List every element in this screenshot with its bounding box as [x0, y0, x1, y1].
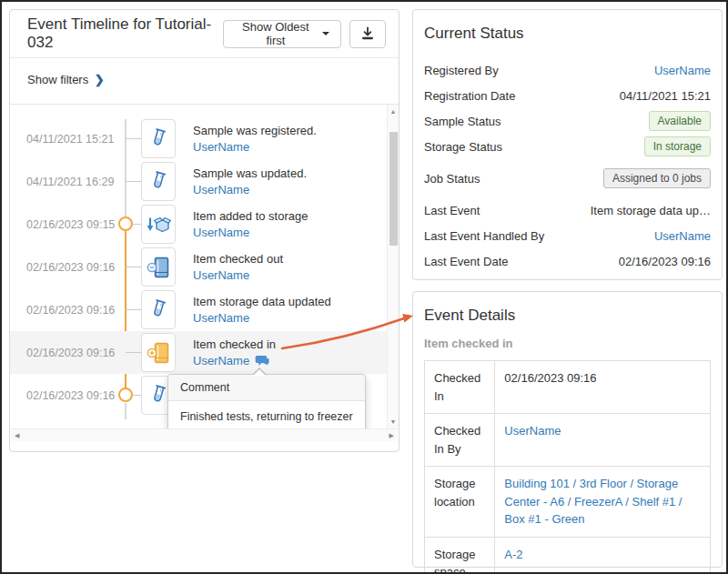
event-user-link[interactable]: UserName: [193, 226, 308, 239]
status-label: Storage Status: [424, 140, 502, 154]
timeline-row-sample-registered[interactable]: 04/11/2021 15:21 Sample was registered. …: [10, 117, 387, 160]
timeline-row-checked-in[interactable]: 02/16/2023 09:16 Item checked in UserNam…: [10, 331, 387, 374]
current-status-panel: Current Status Registered By UserName Re…: [412, 9, 723, 280]
vertical-scrollbar[interactable]: ▲ ▼: [387, 105, 399, 428]
sort-order-button[interactable]: Show Oldest first: [223, 20, 341, 48]
status-row-registration-date: Registration Date 04/11/2021 15:21: [424, 83, 711, 108]
download-icon: [360, 26, 375, 41]
storage-status-badge: In storage: [644, 136, 711, 156]
status-row-last-event: Last Event Item storage data up…: [424, 197, 711, 223]
timeline-connector: [126, 267, 141, 267]
page-title: Event Timeline for Tutorial-032: [27, 15, 223, 52]
status-row-sample-status: Sample Status Available: [424, 108, 711, 134]
event-title: Item storage data updated: [193, 295, 331, 308]
job-status-badge: Assigned to 0 jobs: [603, 168, 711, 188]
detail-label: Checked In By: [425, 414, 495, 467]
event-title: Item added to storage: [193, 209, 308, 223]
event-user-link[interactable]: UserName: [193, 183, 307, 196]
event-user-link[interactable]: UserName: [193, 354, 249, 368]
event-date: 02/16/2023 09:15: [26, 203, 115, 246]
status-row-storage-status: Storage Status In storage: [424, 134, 711, 159]
event-title: Item checked out: [193, 252, 283, 266]
detail-value: 02/16/2023 09:16: [495, 361, 711, 414]
show-filters-label: Show filters: [27, 73, 88, 86]
timeline-rows: 04/11/2021 15:21 Sample was registered. …: [10, 117, 387, 417]
event-title: Sample was updated.: [193, 166, 307, 180]
registered-by-link[interactable]: UserName: [654, 64, 711, 77]
status-label: Last Event: [424, 204, 480, 217]
event-details-panel: Event Details Item checked in Checked In…: [412, 291, 723, 568]
timeline-connector: [126, 181, 141, 182]
status-label: Last Event Date: [424, 255, 509, 268]
status-row-job-status: Job Status Assigned to 0 jobs: [424, 166, 711, 191]
filters-row: Show filters ❯: [10, 58, 399, 105]
test-tube-icon: [141, 290, 176, 329]
status-label: Sample Status: [424, 115, 501, 128]
status-value: 04/11/2021 15:21: [620, 89, 711, 103]
last-event-handled-by-link[interactable]: UserName: [654, 229, 711, 243]
download-button[interactable]: [349, 20, 386, 48]
event-date: 02/16/2023 09:16: [26, 331, 115, 374]
chevron-down-icon: [322, 32, 329, 35]
event-details-title: Event Details: [424, 307, 711, 325]
detail-label: Checked In: [425, 361, 495, 414]
scroll-right-icon[interactable]: ▶: [389, 432, 394, 439]
sort-order-label: Show Oldest first: [235, 20, 316, 47]
add-to-storage-icon: [141, 205, 176, 244]
detail-label: Storage location: [425, 467, 495, 538]
event-timeline-panel: Event Timeline for Tutorial-032 Show Old…: [9, 9, 399, 452]
event-title: Sample was registered.: [193, 124, 317, 137]
status-label: Registration Date: [424, 89, 515, 103]
status-row-last-event-date: Last Event Date 02/16/2023 09:16: [424, 248, 711, 274]
status-label: Registered By: [424, 64, 499, 77]
event-user-link[interactable]: UserName: [193, 311, 331, 325]
timeline-node: [118, 217, 133, 231]
event-date: 02/16/2023 09:16: [26, 374, 115, 417]
vertical-scrollbar-thumb[interactable]: [389, 132, 398, 246]
horizontal-scrollbar[interactable]: ◀ ▶: [11, 428, 398, 441]
test-tube-icon: [141, 119, 176, 158]
popover-header: Comment: [168, 375, 365, 401]
timeline-node: [118, 388, 133, 402]
timeline-connector: [126, 138, 141, 139]
timeline-header-actions: Show Oldest first: [223, 20, 386, 48]
detail-label: Storage space: [425, 537, 495, 574]
event-user-link[interactable]: UserName: [193, 140, 317, 154]
storage-space-link[interactable]: A-2: [504, 548, 522, 561]
timeline-row-storage-data-updated[interactable]: 02/16/2023 09:16 Item storage data updat…: [10, 288, 387, 331]
timeline-row-added-to-storage[interactable]: 02/16/2023 09:15 Item added to storage U…: [10, 203, 387, 246]
chevron-right-icon: ❯: [95, 73, 105, 86]
event-user-link[interactable]: UserName: [193, 268, 283, 282]
table-row: Checked In By UserName: [425, 414, 711, 467]
comment-bubble-icon[interactable]: [255, 355, 270, 368]
event-date: 02/16/2023 09:16: [26, 246, 115, 288]
event-title: Item checked in: [193, 337, 276, 351]
event-date: 02/16/2023 09:16: [26, 288, 115, 331]
status-label: Last Event Handled By: [424, 229, 544, 243]
timeline-row-sample-updated[interactable]: 04/11/2021 16:29 Sample was updated. Use…: [10, 160, 387, 203]
show-filters-link[interactable]: Show filters ❯: [27, 73, 105, 86]
storage-location-link[interactable]: Building 101 / 3rd Floor / Storage Cente…: [504, 477, 682, 526]
comment-popover: Comment Finished tests, returning to fre…: [167, 374, 366, 428]
popover-caret: [252, 368, 267, 375]
timeline-connector: [126, 309, 141, 310]
timeline-row-checked-out[interactable]: 02/16/2023 09:16 Item checked out UserNa…: [10, 246, 387, 288]
popover-body: Finished tests, returning to freezer: [168, 401, 365, 428]
scroll-left-icon[interactable]: ◀: [15, 432, 19, 439]
table-row: Storage location Building 101 / 3rd Floo…: [425, 467, 711, 538]
event-details-subtitle: Item checked in: [424, 337, 711, 350]
current-status-title: Current Status: [424, 25, 711, 43]
app-window: Event Timeline for Tutorial-032 Show Old…: [0, 0, 728, 574]
event-details-table: Checked In 02/16/2023 09:16 Checked In B…: [424, 360, 711, 574]
table-row: Checked In 02/16/2023 09:16: [425, 361, 711, 414]
test-tube-icon: [141, 162, 176, 201]
event-date: 04/11/2021 16:29: [26, 160, 114, 203]
scroll-up-icon[interactable]: ▲: [388, 106, 399, 117]
timeline-scroll-area: 04/11/2021 15:21 Sample was registered. …: [10, 105, 399, 428]
table-row: Storage space A-2: [425, 537, 711, 574]
timeline-header: Event Timeline for Tutorial-032 Show Old…: [10, 10, 399, 58]
scroll-down-icon[interactable]: ▼: [388, 416, 399, 428]
checked-in-by-link[interactable]: UserName: [504, 424, 561, 438]
timeline-connector: [126, 352, 141, 353]
sample-status-badge: Available: [649, 111, 711, 131]
